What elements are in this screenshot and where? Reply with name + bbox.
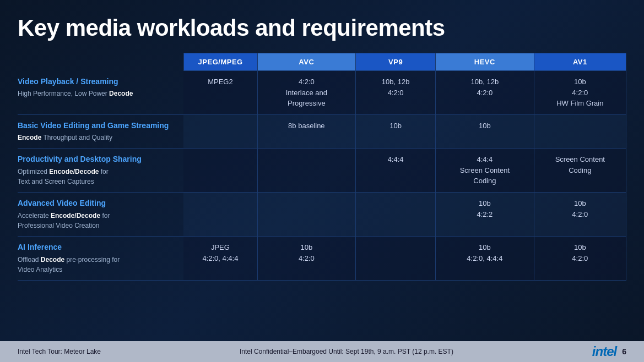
cell-value: HW Film Grain [540, 98, 620, 109]
cell-value: 8b baseline [263, 120, 350, 131]
row-label-cell: Productivity and Desktop SharingOptimize… [18, 149, 183, 193]
cell-value: Screen Content [441, 165, 528, 176]
cell-value: Progressive [263, 98, 350, 109]
table-row: Basic Video Editing and Game StreamingEn… [18, 114, 626, 149]
cell-jpeg: MPEG2 [183, 71, 257, 115]
table-wrapper: JPEG/MPEG AVC VP9 HEVC AV1 Video Playbac… [18, 53, 626, 334]
cell-av1 [534, 114, 626, 149]
cell-hevc: 10b4:2:2 [436, 193, 534, 237]
cell-value: Screen Content [540, 154, 620, 165]
cell-value: 4:2:0, 4:4:4 [189, 253, 251, 264]
cell-value: Interlace and [263, 87, 350, 98]
cell-value: 4:2:0 [540, 209, 620, 220]
cell-value: Coding [441, 175, 528, 187]
col-header-hevc: HEVC [436, 53, 534, 71]
col-header-vp9: VP9 [356, 53, 436, 71]
cell-vp9 [356, 237, 436, 281]
row-label-cell: Video Playback / StreamingHigh Performan… [18, 71, 183, 115]
cell-vp9: 10b, 12b4:2:0 [356, 71, 436, 115]
cell-value: 4:4:4 [441, 154, 528, 165]
footer-center: Intel Confidential–Embargoed Until: Sept… [240, 348, 453, 355]
row-label-cell: Advanced Video EditingAccelerate Encode/… [18, 193, 183, 237]
slide: Key media workloads and requirements JPE… [0, 0, 644, 362]
slide-title: Key media workloads and requirements [18, 15, 626, 41]
row-subtitle: Encode Throughput and Quality [18, 134, 112, 141]
cell-avc: 4:2:0Interlace andProgressive [257, 71, 356, 115]
cell-avc: 8b baseline [257, 114, 356, 149]
page-number: 6 [622, 347, 626, 356]
cell-value: 4:2:0 [441, 87, 528, 98]
footer-left: Intel Tech Tour: Meteor Lake [18, 348, 101, 355]
workloads-table: JPEG/MPEG AVC VP9 HEVC AV1 Video Playbac… [18, 53, 626, 281]
row-title: Video Playback / Streaming [18, 76, 177, 87]
table-row: Productivity and Desktop SharingOptimize… [18, 149, 626, 193]
cell-value: 10b [540, 242, 620, 253]
cell-value: 4:2:0 [361, 87, 430, 98]
cell-av1: 10b4:2:0 [534, 237, 626, 281]
cell-value: 10b [540, 76, 620, 87]
row-title: Advanced Video Editing [18, 198, 177, 209]
cell-value: Coding [540, 165, 620, 176]
cell-vp9: 10b [356, 114, 436, 149]
cell-value: 4:2:0, 4:4:4 [441, 253, 528, 264]
cell-hevc: 10b, 12b4:2:0 [436, 71, 534, 115]
col-header-avc: AVC [257, 53, 356, 71]
cell-jpeg [183, 193, 257, 237]
cell-vp9 [356, 193, 436, 237]
cell-jpeg [183, 149, 257, 193]
cell-hevc: 4:4:4Screen ContentCoding [436, 149, 534, 193]
table-row: Video Playback / StreamingHigh Performan… [18, 71, 626, 115]
table-row: AI InferenceOffload Decode pre-processin… [18, 237, 626, 281]
col-header-av1: AV1 [534, 53, 626, 71]
cell-value: 4:2:0 [263, 253, 350, 264]
row-title: Basic Video Editing and Game Streaming [18, 120, 177, 131]
cell-value: 10b [361, 120, 430, 131]
cell-value: 4:4:4 [361, 154, 430, 165]
row-label-cell: Basic Video Editing and Game StreamingEn… [18, 114, 183, 149]
cell-value: JPEG [189, 242, 251, 253]
cell-jpeg: JPEG4:2:0, 4:4:4 [183, 237, 257, 281]
row-title: Productivity and Desktop Sharing [18, 154, 177, 165]
row-subtitle: Optimized Encode/Decode forText and Scre… [18, 168, 109, 185]
cell-hevc: 10b4:2:0, 4:4:4 [436, 237, 534, 281]
footer: Intel Tech Tour: Meteor Lake Intel Confi… [0, 341, 644, 362]
cell-value: 10b [263, 242, 350, 253]
cell-value: 4:2:2 [441, 209, 528, 220]
table-row: Advanced Video EditingAccelerate Encode/… [18, 193, 626, 237]
row-subtitle: High Performance, Low Power Decode [18, 90, 133, 97]
cell-jpeg [183, 114, 257, 149]
intel-logo: intel [592, 344, 616, 359]
cell-hevc: 10b [436, 114, 534, 149]
cell-avc: 10b4:2:0 [257, 237, 356, 281]
cell-value: 10b, 12b [441, 76, 528, 87]
cell-value: 10b, 12b [361, 76, 430, 87]
row-subtitle: Offload Decode pre-processing forVideo A… [18, 256, 120, 273]
footer-right: intel 6 [592, 344, 626, 359]
cell-value: 4:2:0 [540, 253, 620, 264]
cell-value: 4:2:0 [263, 76, 350, 87]
cell-value: MPEG2 [189, 76, 251, 87]
cell-value: 10b [441, 120, 528, 131]
row-subtitle: Accelerate Encode/Decode forProfessional… [18, 212, 110, 229]
main-content: Key media workloads and requirements JPE… [0, 0, 644, 341]
cell-av1: Screen ContentCoding [534, 149, 626, 193]
row-title: AI Inference [18, 242, 177, 253]
cell-vp9: 4:4:4 [356, 149, 436, 193]
cell-av1: 10b4:2:0 [534, 193, 626, 237]
cell-avc [257, 149, 356, 193]
cell-value: 10b [441, 198, 528, 209]
row-label-cell: AI InferenceOffload Decode pre-processin… [18, 237, 183, 281]
cell-avc [257, 193, 356, 237]
cell-value: 10b [540, 198, 620, 209]
col-header-jpeg: JPEG/MPEG [183, 53, 257, 71]
cell-value: 4:2:0 [540, 87, 620, 98]
cell-av1: 10b4:2:0HW Film Grain [534, 71, 626, 115]
col-header-label [18, 53, 183, 71]
cell-value: 10b [441, 242, 528, 253]
